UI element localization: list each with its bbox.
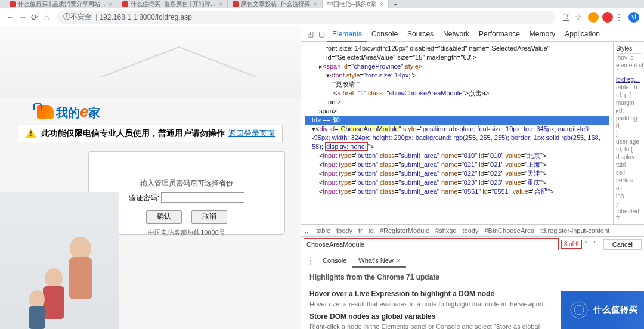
watermark: 什么值得买 — [561, 291, 644, 329]
drawer-heading: Highlights from the Chrome 71 update — [309, 273, 636, 281]
confirm-button[interactable]: 确认 — [146, 210, 182, 224]
logo: 我的e家 — [37, 103, 100, 121]
address-bar[interactable]: ⓘ 不安全 | 192.168.1.1:8080/loidreg.asp — [57, 11, 556, 24]
search-count: 3 of 6 — [561, 240, 582, 249]
key-icon[interactable]: ⚿ — [561, 13, 572, 22]
drawer-tab-console[interactable]: Console — [317, 254, 352, 268]
close-icon[interactable]: × — [380, 1, 383, 8]
breadcrumb[interactable]: ...tabletbodytrtd#RegisterModule#shxgdtb… — [301, 224, 644, 236]
tab-3[interactable]: 中国电信--我的e家× — [323, 0, 389, 8]
svg-rect-5 — [29, 306, 45, 329]
tab-1[interactable]: 什么值得买_值客原创 | 开箱评...× — [117, 0, 228, 8]
password-input[interactable] — [161, 192, 244, 203]
home-icon[interactable]: ⌂ — [41, 13, 52, 22]
hotline-text: 中国电信客服热线10000号 — [101, 228, 273, 237]
tab-2[interactable]: 原创文章投稿_什么值得买× — [228, 0, 322, 8]
info-icon[interactable]: ⓘ — [63, 12, 70, 22]
drawer-tab-whatsnew[interactable]: What's New × — [352, 254, 406, 268]
password-label: 验证密码: — [129, 194, 159, 202]
styles-tab[interactable]: Styles — [616, 44, 642, 54]
search-cancel-button[interactable]: Cancel — [603, 239, 642, 250]
dt-tab-elements[interactable]: Elements — [327, 26, 367, 42]
inspect-icon[interactable]: ◰ — [307, 30, 314, 38]
cancel-button[interactable]: 取消 — [191, 210, 227, 224]
device-icon[interactable]: ▢ — [318, 30, 325, 38]
devtools-header: ◰ ▢ Elements Console Sources Network Per… — [301, 26, 644, 42]
avatar-icon[interactable]: yi — [628, 12, 639, 23]
search-next-icon[interactable]: ˅ — [590, 240, 599, 249]
devtools: ◰ ▢ Elements Console Sources Network Per… — [301, 26, 644, 329]
svg-point-4 — [29, 290, 45, 308]
close-icon[interactable]: × — [219, 1, 222, 8]
dom-tree[interactable]: font-size: 14px;width:120px" disabled="d… — [301, 42, 613, 224]
dt-tab-application[interactable]: Application — [560, 26, 605, 42]
new-tab[interactable]: + — [389, 0, 402, 8]
svg-rect-3 — [43, 286, 64, 319]
close-icon[interactable]: × — [109, 1, 113, 8]
svg-point-2 — [45, 268, 63, 288]
back-to-login-link[interactable]: 返回登录页面 — [228, 128, 275, 139]
close-icon[interactable]: × — [395, 257, 400, 264]
tab-0[interactable]: 什么值得买 | 品质消费分享网站...× — [5, 0, 117, 8]
stock-photo — [0, 192, 119, 329]
star-icon[interactable]: ☆ — [572, 13, 584, 22]
logo-icon — [37, 105, 54, 119]
browser-tabs: 什么值得买 | 品质消费分享网站...× 什么值得买_值客原创 | 开箱评...… — [0, 0, 644, 8]
dt-tab-performance[interactable]: Performance — [474, 26, 525, 42]
dt-tab-console[interactable]: Console — [367, 26, 402, 42]
reload-icon[interactable]: ⟳ — [29, 13, 41, 22]
ext-icon[interactable] — [588, 12, 599, 23]
url-text: 192.168.1.1:8080/loidreg.asp — [99, 13, 191, 21]
svg-point-6 — [571, 302, 587, 318]
back-icon[interactable]: ← — [5, 13, 17, 22]
dom-search: ChooseAreaModule 3 of 6 ˄ ˅ Cancel — [301, 236, 644, 252]
ext-icon[interactable] — [602, 12, 613, 23]
dt-tab-network[interactable]: Network — [438, 26, 474, 42]
warning-text: 此功能仅限电信专业人员使用，普通用户请勿操作 — [41, 128, 228, 139]
svg-rect-1 — [69, 257, 92, 299]
svg-point-7 — [574, 305, 584, 315]
search-input[interactable]: ChooseAreaModule — [304, 238, 559, 250]
close-icon[interactable]: × — [314, 1, 317, 8]
drawer-menu-icon[interactable]: ⋮ — [305, 254, 317, 268]
warning-icon — [26, 129, 36, 138]
dt-tab-memory[interactable]: Memory — [525, 26, 560, 42]
page-viewport: 我的e家 此功能仅限电信专业人员使用，普通用户请勿操作 返回登录页面 输入管理员… — [0, 26, 301, 329]
search-prev-icon[interactable]: ˄ — [582, 240, 590, 249]
insecure-badge: 不安全 — [70, 12, 92, 22]
styles-pane[interactable]: Styles :hov .cl element.style { loidreg…… — [613, 42, 644, 224]
browser-toolbar: ← → ⟳ ⌂ ⓘ 不安全 | 192.168.1.1:8080/loidreg… — [0, 8, 644, 26]
dt-tab-sources[interactable]: Sources — [402, 26, 438, 42]
hint-text: 输入管理员密码后可选择省份 — [101, 178, 273, 188]
forward-icon[interactable]: → — [17, 13, 29, 22]
warning-bar: 此功能仅限电信专业人员使用，普通用户请勿操作 返回登录页面 — [18, 125, 283, 142]
svg-point-0 — [70, 237, 91, 260]
menu-icon[interactable]: ⋮ — [613, 13, 625, 22]
roof-graphic — [101, 44, 256, 80]
